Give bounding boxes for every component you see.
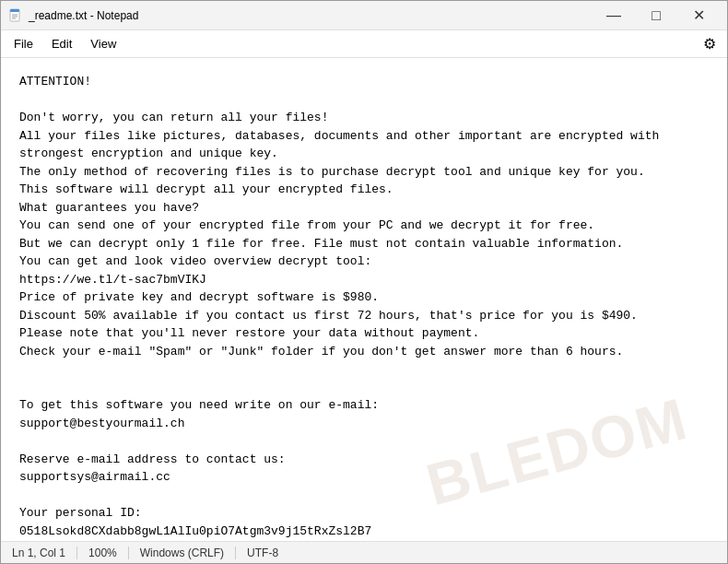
line-ending: Windows (CRLF) — [129, 546, 236, 559]
close-button[interactable]: ✕ — [677, 1, 720, 30]
status-bar: Ln 1, Col 1 100% Windows (CRLF) UTF-8 — [1, 541, 727, 563]
menu-bar: File Edit View ⚙ — [1, 30, 727, 58]
notepad-window: _readme.txt - Notepad — □ ✕ File Edit Vi… — [0, 0, 728, 564]
text-editor-area[interactable]: BLEDOM ATTENTION! Don't worry, you can r… — [1, 58, 727, 541]
window-title: _readme.txt - Notepad — [29, 9, 593, 22]
menu-file[interactable]: File — [5, 33, 42, 54]
menu-edit[interactable]: Edit — [42, 33, 81, 54]
zoom-level: 100% — [77, 546, 129, 559]
title-bar: _readme.txt - Notepad — □ ✕ — [1, 1, 727, 30]
window-controls: — □ ✕ — [593, 1, 720, 30]
minimize-button[interactable]: — — [593, 1, 635, 30]
cursor-position: Ln 1, Col 1 — [8, 546, 77, 559]
menu-view[interactable]: View — [81, 33, 125, 54]
encoding: UTF-8 — [236, 546, 289, 559]
svg-rect-1 — [10, 9, 19, 12]
maximize-button[interactable]: □ — [635, 1, 677, 30]
notepad-icon — [8, 8, 23, 23]
settings-icon[interactable]: ⚙ — [696, 31, 723, 56]
document-content: ATTENTION! Don't worry, you can return a… — [19, 73, 709, 540]
